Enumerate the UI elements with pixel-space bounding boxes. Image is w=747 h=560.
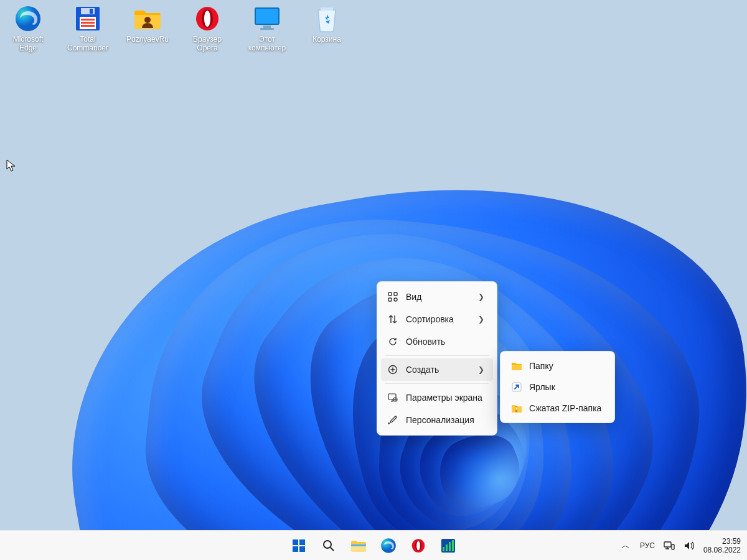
windows-logo-icon xyxy=(291,538,306,553)
submenu-item-label: Сжатая ZIP-папка xyxy=(529,403,602,413)
desktop-icon-label: Microsoft Edge xyxy=(13,35,44,52)
plus-circle-icon xyxy=(387,364,398,375)
chevron-right-icon: ❯ xyxy=(478,292,484,301)
refresh-icon xyxy=(387,336,398,347)
svg-rect-12 xyxy=(255,8,279,24)
taskbar: ︿ РУС 23:59 08.08.2022 xyxy=(0,530,747,560)
svg-rect-19 xyxy=(388,298,392,301)
svg-rect-30 xyxy=(293,539,298,545)
submenu-item-folder[interactable]: Папку xyxy=(504,355,611,376)
svg-rect-43 xyxy=(446,544,448,551)
clock-date: 08.08.2022 xyxy=(703,546,741,554)
zip-folder-icon xyxy=(510,403,523,414)
context-item-label: Параметры экрана xyxy=(406,393,484,403)
svg-point-8 xyxy=(144,17,151,23)
desktop-icon-label: Total Commander xyxy=(67,35,108,52)
svg-point-11 xyxy=(204,11,210,27)
recycle-bin-icon xyxy=(312,4,342,34)
svg-rect-31 xyxy=(299,539,305,545)
wallpaper-bloom xyxy=(0,37,747,560)
svg-rect-6 xyxy=(81,22,95,24)
display-settings-icon xyxy=(387,392,398,403)
opera-icon xyxy=(192,4,222,34)
submenu-item-shortcut[interactable]: Ярлык xyxy=(504,376,611,398)
svg-point-40 xyxy=(416,541,420,550)
tray-overflow[interactable]: ︿ xyxy=(620,540,631,551)
desktop-icon-total-commander[interactable]: Total Commander xyxy=(63,4,112,52)
network-icon[interactable] xyxy=(664,540,675,551)
taskbar-clock[interactable]: 23:59 08.08.2022 xyxy=(703,537,741,554)
submenu-item-label: Папку xyxy=(529,361,602,371)
context-item-label: Создать xyxy=(406,365,471,375)
submenu-item-zip[interactable]: Сжатая ZIP-папка xyxy=(504,398,611,419)
desktop-icon-label: PoznyaevRu xyxy=(126,35,169,44)
svg-rect-7 xyxy=(81,25,95,27)
svg-rect-47 xyxy=(672,544,674,549)
svg-rect-27 xyxy=(516,407,517,408)
submenu-item-label: Ярлык xyxy=(529,382,602,392)
volume-icon[interactable] xyxy=(684,540,695,551)
desktop-icon-this-pc[interactable]: Этот компьютер xyxy=(243,4,291,52)
context-item-label: Вид xyxy=(406,292,471,302)
file-explorer-icon xyxy=(350,539,367,553)
menu-separator xyxy=(385,383,489,384)
taskbar-monitor-app[interactable] xyxy=(435,533,461,558)
folder-icon xyxy=(510,360,523,371)
desktop-icon-recycle-bin[interactable]: Корзина xyxy=(303,4,351,52)
svg-rect-36 xyxy=(351,544,366,546)
context-item-display-settings[interactable]: Параметры экрана xyxy=(381,386,493,409)
monitor-icon xyxy=(252,4,282,34)
svg-rect-33 xyxy=(299,546,305,552)
taskbar-search[interactable] xyxy=(316,533,342,558)
search-icon xyxy=(322,539,336,553)
desktop-icon-label: Корзина xyxy=(312,35,341,44)
context-item-label: Сортировка xyxy=(406,314,471,324)
view-icon xyxy=(387,291,398,302)
context-item-label: Обновить xyxy=(406,337,484,347)
system-tray: ︿ РУС 23:59 08.08.2022 xyxy=(620,537,741,554)
svg-rect-17 xyxy=(388,292,392,296)
context-menu: Вид ❯ Сортировка ❯ Обновить Создать ❯ Па… xyxy=(377,281,497,436)
brush-icon xyxy=(387,414,398,426)
context-item-refresh[interactable]: Обновить xyxy=(381,330,493,353)
svg-rect-28 xyxy=(516,408,517,409)
svg-rect-3 xyxy=(90,9,93,14)
chevron-right-icon: ❯ xyxy=(478,315,484,324)
menu-separator xyxy=(385,355,489,356)
clock-time: 23:59 xyxy=(703,537,741,546)
opera-icon xyxy=(411,538,426,553)
desktop-wallpaper[interactable]: Microsoft Edge Total Commander PoznyaevR… xyxy=(0,0,747,560)
desktop-icon-poznyaevru[interactable]: PoznyaevRu xyxy=(123,4,172,52)
context-item-label: Персонализация xyxy=(406,415,484,425)
svg-rect-46 xyxy=(664,542,671,547)
svg-rect-15 xyxy=(260,28,274,30)
context-item-personalize[interactable]: Персонализация xyxy=(381,409,493,431)
svg-rect-5 xyxy=(81,19,95,21)
desktop-icon-label: Этот компьютер xyxy=(248,35,286,52)
chevron-right-icon: ❯ xyxy=(478,365,484,374)
svg-rect-29 xyxy=(516,409,517,410)
shortcut-icon xyxy=(510,381,523,393)
edge-icon xyxy=(380,538,397,554)
svg-rect-18 xyxy=(394,292,397,296)
task-manager-icon xyxy=(441,538,456,553)
edge-icon xyxy=(13,4,43,34)
start-button[interactable] xyxy=(286,533,312,558)
sort-icon xyxy=(387,314,398,325)
desktop-icon-opera[interactable]: Браузер Opera xyxy=(183,4,232,52)
context-submenu-new: Папку Ярлык Сжатая ZIP-папка xyxy=(500,351,615,423)
svg-rect-16 xyxy=(321,7,333,11)
svg-point-20 xyxy=(394,298,397,301)
tray-language[interactable]: РУС xyxy=(640,541,655,550)
context-item-new[interactable]: Создать ❯ xyxy=(381,358,493,381)
taskbar-opera[interactable] xyxy=(405,533,431,558)
svg-rect-32 xyxy=(293,546,298,552)
svg-rect-44 xyxy=(449,542,451,551)
context-item-sort[interactable]: Сортировка ❯ xyxy=(381,308,493,330)
svg-point-34 xyxy=(324,541,331,548)
svg-rect-42 xyxy=(443,547,444,551)
desktop-icon-edge[interactable]: Microsoft Edge xyxy=(4,4,52,52)
taskbar-edge[interactable] xyxy=(375,533,402,558)
context-item-view[interactable]: Вид ❯ xyxy=(381,286,493,308)
taskbar-explorer[interactable] xyxy=(345,533,372,558)
